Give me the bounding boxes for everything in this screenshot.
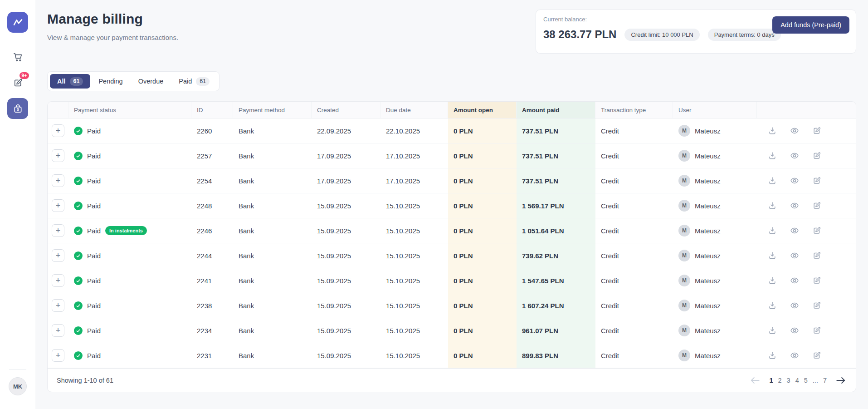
view-transaction-button[interactable]	[790, 326, 799, 335]
tab-paid[interactable]: Paid 61	[171, 74, 217, 89]
tab-all[interactable]: All 61	[50, 74, 90, 89]
view-transaction-button[interactable]	[790, 201, 799, 210]
download-invoice-button[interactable]	[768, 276, 777, 285]
table-row: + Paid 2254 Bank 17.09.2025 17.10.2025 0…	[48, 168, 856, 193]
download-invoice-button[interactable]	[768, 301, 777, 310]
header-user: User	[673, 102, 757, 118]
tab-overdue[interactable]: Overdue	[131, 74, 171, 89]
actions-cell	[757, 268, 856, 293]
previous-page-arrow[interactable]	[749, 375, 761, 386]
page-number[interactable]: 7	[823, 377, 827, 384]
header-amount-paid: Amount paid	[517, 102, 595, 118]
sidebar-item-billing[interactable]: $	[7, 98, 28, 119]
payment-status-cell: Paid	[68, 193, 191, 218]
expand-row-button[interactable]: +	[52, 324, 64, 337]
app-logo[interactable]	[7, 12, 28, 33]
payment-method: Bank	[233, 343, 312, 368]
payment-status-cell: Paid	[68, 318, 191, 343]
download-invoice-button[interactable]	[768, 251, 777, 260]
expand-row-button[interactable]: +	[52, 149, 64, 162]
header-id: ID	[191, 102, 233, 118]
view-transaction-button[interactable]	[790, 151, 799, 160]
payment-status-cell: Paid	[68, 118, 191, 143]
download-invoice-button[interactable]	[768, 351, 777, 360]
expand-row-button[interactable]: +	[52, 349, 64, 362]
view-transaction-button[interactable]	[790, 176, 799, 185]
view-transaction-button[interactable]	[790, 276, 799, 285]
user-cell: M Mateusz	[673, 168, 757, 193]
edit-transaction-button[interactable]	[812, 126, 821, 135]
edit-transaction-button[interactable]	[812, 251, 821, 260]
view-transaction-button[interactable]	[790, 301, 799, 310]
actions-cell	[757, 193, 856, 218]
user-cell: M Mateusz	[673, 218, 757, 243]
expand-row-button[interactable]: +	[52, 199, 64, 212]
view-transaction-button[interactable]	[790, 351, 799, 360]
tab-pending[interactable]: Pending	[91, 74, 130, 89]
user-cell: M Mateusz	[673, 343, 757, 368]
expand-row-button[interactable]: +	[52, 174, 64, 187]
user-avatar: M	[678, 275, 690, 286]
table-row: + Paid 2234 Bank 15.09.2025 15.10.2025 0…	[48, 318, 856, 343]
next-page-arrow[interactable]	[835, 375, 847, 386]
download-invoice-button[interactable]	[768, 226, 777, 235]
payment-status-cell: Paid	[68, 343, 191, 368]
edit-transaction-button[interactable]	[812, 226, 821, 235]
edit-transaction-button[interactable]	[812, 151, 821, 160]
balance-amount: 38 263.77 PLN	[543, 28, 616, 41]
created-date: 15.09.2025	[312, 193, 380, 218]
expand-row-button[interactable]: +	[52, 249, 64, 262]
add-funds-button[interactable]: Add funds (Pre-paid)	[772, 16, 849, 34]
sidebar-item-orders[interactable]: 9+	[7, 72, 28, 93]
download-invoice-button[interactable]	[768, 126, 777, 135]
expand-row-button[interactable]: +	[52, 224, 64, 237]
view-transaction-button[interactable]	[790, 251, 799, 260]
download-invoice-button[interactable]	[768, 326, 777, 335]
expand-row-button[interactable]: +	[52, 274, 64, 287]
expand-row-button[interactable]: +	[52, 124, 64, 137]
edit-transaction-button[interactable]	[812, 276, 821, 285]
download-invoice-button[interactable]	[768, 176, 777, 185]
expand-cell: +	[48, 293, 68, 318]
table-row: + Paid 2260 Bank 22.09.2025 22.10.2025 0…	[48, 118, 856, 143]
download-invoice-button[interactable]	[768, 201, 777, 210]
user-avatar-menu[interactable]: MK	[9, 377, 27, 395]
tab-paid-label: Paid	[179, 77, 192, 86]
paid-check-icon	[74, 152, 83, 160]
amount-open: 0 PLN	[448, 318, 517, 343]
edit-transaction-button[interactable]	[812, 301, 821, 310]
page-header: Manage billing View & manage your paymen…	[47, 10, 856, 54]
page-number[interactable]: 3	[787, 377, 790, 384]
transaction-type: Credit	[595, 243, 673, 268]
edit-transaction-button[interactable]	[812, 351, 821, 360]
view-transaction-button[interactable]	[790, 126, 799, 135]
page-number[interactable]: 4	[795, 377, 799, 384]
transaction-type: Credit	[595, 193, 673, 218]
created-date: 17.09.2025	[312, 168, 380, 193]
sidebar-item-cart[interactable]	[7, 46, 28, 67]
page-number[interactable]: 2	[778, 377, 782, 384]
payment-status-cell: Paid	[68, 243, 191, 268]
user-avatar: M	[678, 250, 690, 261]
edit-transaction-button[interactable]	[812, 176, 821, 185]
table-row: + Paid 2238 Bank 15.09.2025 15.10.2025 0…	[48, 293, 856, 318]
page-number[interactable]: 1	[769, 377, 773, 384]
download-invoice-button[interactable]	[768, 151, 777, 160]
paid-check-icon	[74, 177, 83, 185]
edit-transaction-button[interactable]	[812, 201, 821, 210]
paid-check-icon	[74, 276, 83, 285]
payment-status-label: Paid	[87, 127, 101, 135]
edit-transaction-button[interactable]	[812, 326, 821, 335]
created-date: 15.09.2025	[312, 268, 380, 293]
expand-cell: +	[48, 343, 68, 368]
sidebar: 9+ $ MK	[0, 0, 35, 409]
payment-status-cell: Paid In instalments	[68, 218, 191, 243]
view-transaction-button[interactable]	[790, 226, 799, 235]
amount-open: 0 PLN	[448, 168, 517, 193]
expand-row-button[interactable]: +	[52, 299, 64, 312]
transaction-id: 2238	[191, 293, 233, 318]
payment-method: Bank	[233, 268, 312, 293]
due-date: 15.10.2025	[380, 318, 448, 343]
page-number[interactable]: 5	[804, 377, 808, 384]
user-cell: M Mateusz	[673, 243, 757, 268]
